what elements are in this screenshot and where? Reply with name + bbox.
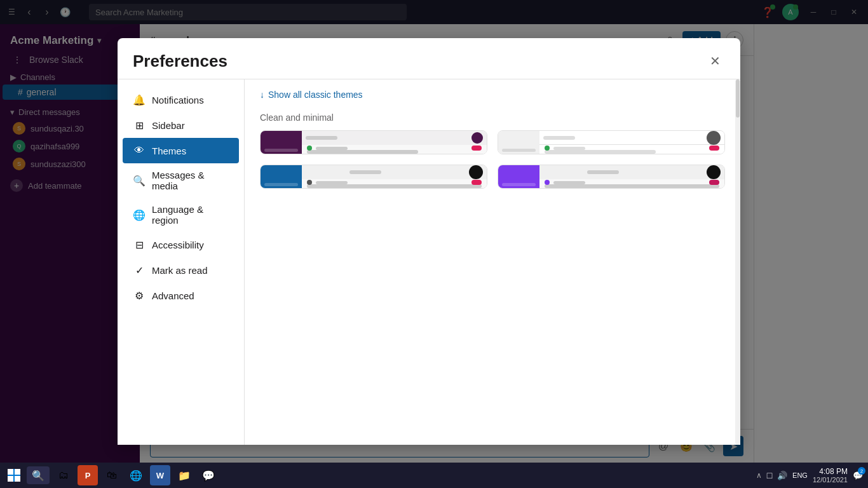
taskbar-file-explorer[interactable]: 🗂 — [53, 465, 74, 485]
show-all-themes-link[interactable]: ↓ Show all classic themes — [260, 90, 725, 100]
themes-content: ↓ Show all classic themes Clean and mini… — [245, 79, 740, 445]
nav-mark-label: Mark as read — [152, 265, 208, 276]
nav-item-themes[interactable]: 👁 Themes — [123, 138, 239, 163]
mondrian-preview — [261, 165, 487, 188]
theme-card-hoth[interactable]: Hoth — [498, 130, 725, 154]
check-icon: ✓ — [133, 264, 146, 276]
taskbar-left: 🔍 🗂 P 🛍 🌐 W 📁 💬 — [5, 465, 219, 485]
uv-bottom — [539, 177, 724, 188]
taskbar-search[interactable]: 🔍 — [27, 466, 50, 484]
nav-item-mark-as-read[interactable]: ✓ Mark as read — [123, 257, 239, 283]
notification-count: 2 — [858, 467, 865, 475]
taskbar-word[interactable]: W — [150, 465, 170, 485]
mo-sidebar — [261, 165, 302, 188]
uv-preview — [498, 165, 724, 188]
clock-date: 12/01/2021 — [813, 476, 848, 484]
taskbar-files[interactable]: 📁 — [174, 465, 194, 485]
modal-body: 🔔 Notifications ⊞ Sidebar 👁 Themes 🔍 Mes… — [118, 79, 740, 445]
taskbar-chrome[interactable]: 🌐 — [126, 465, 146, 485]
nav-item-advanced[interactable]: ⚙ Advanced — [123, 283, 239, 308]
ep-bottom — [302, 142, 487, 154]
scrollbar[interactable] — [735, 79, 740, 445]
bell-icon: 🔔 — [133, 93, 146, 106]
ultraviolet-footer: Ultraviolet — [498, 188, 724, 189]
volume-icon[interactable]: 🔊 — [777, 471, 787, 480]
eggplant-preview — [261, 131, 487, 154]
sidebar-icon: ⊞ — [133, 119, 146, 132]
scrollbar-thumb[interactable] — [736, 79, 740, 118]
eggplant-footer: Eggplant — [261, 154, 487, 154]
clock[interactable]: 4:08 PM 12/01/2021 — [813, 467, 848, 484]
taskbar-slack[interactable]: 💬 — [198, 465, 219, 485]
uv-sidebar — [498, 165, 539, 188]
theme-card-mondrian[interactable]: Mondrian — [260, 165, 487, 189]
arrow-down-icon: ↓ — [260, 90, 264, 100]
nav-sidebar-label: Sidebar — [152, 120, 185, 131]
mondrian-footer: Mondrian — [261, 188, 487, 189]
theme-card-eggplant[interactable]: Eggplant — [260, 130, 487, 154]
nav-messages-label: Messages & media — [152, 170, 229, 191]
nav-item-accessibility[interactable]: ⊟ Accessibility — [123, 232, 239, 257]
ep-sidebar — [261, 131, 302, 154]
hoth-footer: Hoth — [498, 154, 724, 154]
start-button[interactable] — [5, 466, 23, 484]
tray-chevron[interactable]: ∧ — [756, 471, 762, 480]
notification-center[interactable]: 💬 2 — [853, 470, 863, 481]
ho-bottom — [539, 142, 724, 154]
system-tray: ∧ □ 🔊 ENG 4:08 PM 12/01/2021 💬 2 — [756, 467, 863, 484]
preferences-modal: Preferences ✕ 🔔 Notifications ⊞ Sidebar … — [118, 38, 740, 445]
modal-title: Preferences — [133, 51, 227, 71]
network-icon[interactable]: □ — [767, 470, 772, 480]
clock-time: 4:08 PM — [813, 467, 848, 476]
hoth-preview — [498, 131, 724, 154]
theme-card-ultraviolet[interactable]: Ultraviolet — [498, 165, 725, 189]
ho-sidebar — [498, 131, 539, 154]
nav-advanced-label: Advanced — [152, 290, 194, 301]
modal-nav: 🔔 Notifications ⊞ Sidebar 👁 Themes 🔍 Mes… — [118, 79, 245, 445]
theme-grid: Eggplant — [260, 130, 725, 189]
lang-indicator[interactable]: ENG — [792, 471, 808, 479]
mo-bottom — [302, 177, 487, 188]
eye-icon: 👁 — [133, 144, 146, 157]
taskbar: 🔍 🗂 P 🛍 🌐 W 📁 💬 ∧ □ 🔊 ENG 4:08 PM 12/01/… — [0, 463, 868, 488]
nav-notifications-label: Notifications — [152, 95, 204, 105]
gear-icon: ⚙ — [133, 289, 146, 302]
taskbar-powerpoint[interactable]: P — [78, 465, 98, 485]
section-label: Clean and minimal — [260, 112, 725, 123]
globe-icon: 🌐 — [133, 208, 146, 221]
nav-item-messages[interactable]: 🔍 Messages & media — [123, 163, 239, 198]
nav-language-label: Language & region — [152, 204, 229, 226]
nav-themes-label: Themes — [152, 146, 186, 156]
modal-header: Preferences ✕ — [118, 38, 740, 71]
nav-item-sidebar[interactable]: ⊞ Sidebar — [123, 112, 239, 138]
taskbar-store[interactable]: 🛍 — [102, 465, 122, 485]
search-icon: 🔍 — [133, 174, 146, 187]
modal-close-button[interactable]: ✕ — [705, 51, 725, 71]
nav-item-notifications[interactable]: 🔔 Notifications — [123, 87, 239, 112]
nav-accessibility-label: Accessibility — [152, 240, 204, 250]
nav-item-language[interactable]: 🌐 Language & region — [123, 198, 239, 232]
show-all-label: Show all classic themes — [268, 90, 363, 100]
accessibility-icon: ⊟ — [133, 238, 146, 251]
